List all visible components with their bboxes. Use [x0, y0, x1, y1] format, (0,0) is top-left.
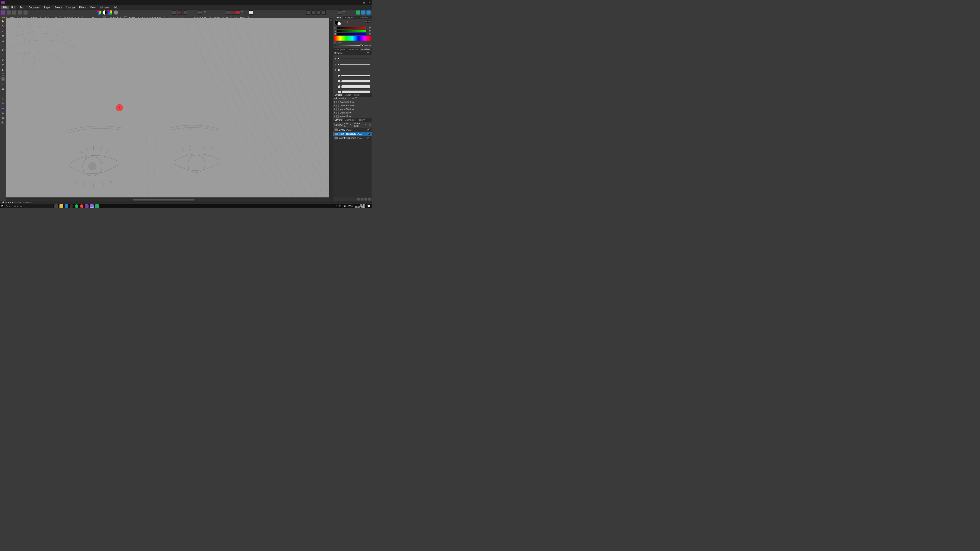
blend-mode-dd-icon[interactable] — [364, 124, 366, 126]
tab-histogram[interactable]: Histogram — [333, 48, 347, 51]
layer-visibility-checkbox[interactable] — [368, 133, 370, 135]
expand-icon[interactable] — [334, 101, 335, 103]
text-tool-icon[interactable]: A — [1, 111, 5, 115]
fx-item[interactable]: Inner Shadow — [333, 107, 372, 111]
align-center-icon[interactable] — [311, 11, 315, 14]
b-value[interactable]: 0 — [367, 33, 371, 35]
develop-persona-icon[interactable] — [12, 11, 16, 14]
layer-item[interactable]: BASE (Pixel) — [333, 128, 372, 132]
photo-persona-icon[interactable] — [1, 11, 5, 14]
fill-opacity-dd-icon[interactable] — [355, 97, 357, 100]
start-button[interactable]: ⊞ — [0, 204, 4, 208]
tray-language[interactable]: FRA — [348, 205, 353, 207]
arrange-2-icon[interactable] — [231, 11, 235, 14]
minimize-button[interactable]: — — [357, 1, 360, 4]
b-slider[interactable] — [337, 33, 366, 35]
layer-visibility-checkbox[interactable] — [368, 129, 370, 131]
eyedropper-icon[interactable]: ✎ — [344, 21, 345, 25]
canvas[interactable]: ▸ — [6, 18, 329, 197]
menu-view[interactable]: View — [88, 6, 98, 10]
healing-tool-icon[interactable]: ✚ — [1, 82, 5, 86]
delete-layer-icon[interactable] — [368, 198, 371, 200]
taskview-icon[interactable] — [54, 204, 58, 208]
tone-map-persona-icon[interactable] — [18, 11, 22, 14]
expand-icon[interactable] — [334, 116, 335, 117]
adjustment-layer-icon[interactable] — [361, 198, 363, 200]
brush-preset-item[interactable] — [334, 78, 371, 84]
layer-visibility-checkbox[interactable] — [368, 137, 370, 139]
account-1-icon[interactable] — [356, 11, 360, 14]
eraser-tool-icon[interactable]: ◫ — [1, 72, 5, 76]
mesh-warp-tool-icon[interactable]: ▦ — [1, 116, 5, 120]
menu-file[interactable]: File — [1, 6, 9, 10]
tab-brushes[interactable]: Brushes — [360, 48, 371, 51]
tab-effects[interactable]: Effects — [333, 94, 343, 97]
fill-tool-icon[interactable]: ▰ — [1, 62, 5, 67]
color-picker-tool-icon[interactable]: ⌕ — [1, 29, 5, 33]
dodge-tool-icon[interactable]: ☼ — [1, 97, 5, 100]
marquee-tool-icon[interactable]: ◻ — [1, 38, 5, 42]
account-2-icon[interactable] — [361, 11, 366, 14]
r-value[interactable]: 0 — [367, 27, 371, 29]
colour-opacity-slider[interactable] — [334, 44, 363, 46]
fx-item[interactable]: Outer Glow — [333, 111, 372, 114]
menu-select[interactable]: Select — [52, 6, 64, 10]
fx-checkbox[interactable] — [336, 112, 339, 114]
expand-icon[interactable] — [334, 105, 335, 106]
app-icon-2[interactable] — [95, 204, 99, 208]
layer-opacity-dd-icon[interactable] — [350, 124, 352, 126]
r-slider[interactable] — [337, 27, 366, 29]
tray-volume-icon[interactable]: 🔊 — [344, 205, 346, 207]
order-dd-icon[interactable] — [343, 11, 345, 14]
background-colour[interactable] — [337, 22, 341, 25]
fx-item[interactable]: Inner Glow — [333, 114, 372, 118]
expand-icon[interactable] — [334, 108, 335, 110]
search-input[interactable] — [4, 204, 53, 208]
menu-arrange[interactable]: Arrange — [64, 6, 77, 10]
horizontal-scrollbar[interactable] — [6, 198, 330, 201]
zoom-tool-icon[interactable]: 🔍 — [1, 121, 5, 125]
align-right-icon[interactable] — [317, 11, 321, 14]
color-wheel-icon[interactable] — [97, 11, 101, 14]
rectangle-tool-icon[interactable]: ▬ — [1, 106, 5, 110]
pen-tool-icon[interactable]: ✎ — [1, 101, 5, 105]
colour-opacity-value[interactable]: 100 % — [363, 44, 371, 47]
quick-mask-icon[interactable] — [178, 11, 182, 14]
tab-navigator[interactable]: Navigator — [343, 16, 356, 19]
selection-brush-tool-icon[interactable]: ◐ — [1, 48, 5, 52]
lut-icon[interactable] — [108, 11, 112, 14]
brush-preset-item[interactable]: 1 — [334, 56, 371, 62]
snap-icon[interactable] — [198, 11, 202, 14]
spotify-icon[interactable] — [75, 204, 78, 208]
brush-preset-item[interactable] — [334, 73, 371, 78]
layer-item[interactable]: High Frequency (Pixel) — [333, 132, 372, 136]
fx-checkbox[interactable] — [336, 115, 339, 118]
paint-brush-tool-icon[interactable]: 🖌 — [1, 58, 5, 62]
lock-icon[interactable] — [369, 124, 371, 126]
tab-transform[interactable]: Transform — [356, 16, 369, 19]
menu-text[interactable]: Text — [18, 6, 26, 10]
inpainting-tool-icon[interactable]: ◒ — [1, 87, 5, 91]
app-icon-1[interactable] — [70, 204, 73, 208]
noise-colour-icon[interactable] — [347, 21, 348, 23]
horizontal-scrollbar-thumb[interactable] — [133, 199, 194, 200]
gradient-tool-icon[interactable]: ◧ — [1, 67, 5, 71]
brush-preset-item[interactable] — [334, 84, 371, 89]
order-icon[interactable] — [338, 11, 342, 14]
lasso-tool-icon[interactable]: 〰 — [1, 43, 5, 47]
g-slider[interactable] — [337, 30, 366, 32]
align-top-icon[interactable] — [321, 11, 326, 14]
explorer-icon[interactable] — [59, 204, 63, 208]
arrange-3-icon[interactable] — [236, 11, 240, 14]
onenote-icon[interactable] — [85, 204, 89, 208]
layer-item[interactable]: Low Frequency (Pixel) — [333, 136, 372, 140]
menu-document[interactable]: Document — [27, 6, 42, 10]
fx-checkbox[interactable] — [336, 101, 339, 103]
tab-layers[interactable]: Layers — [333, 118, 343, 121]
account-3-icon[interactable] — [366, 11, 371, 14]
menu-layer[interactable]: Layer — [42, 6, 52, 10]
affinity-photo-icon[interactable] — [90, 204, 94, 208]
menu-filters[interactable]: Filters — [77, 6, 88, 10]
colour-model-badge[interactable]: RGB — [365, 21, 371, 23]
refine-icon[interactable] — [183, 11, 187, 14]
